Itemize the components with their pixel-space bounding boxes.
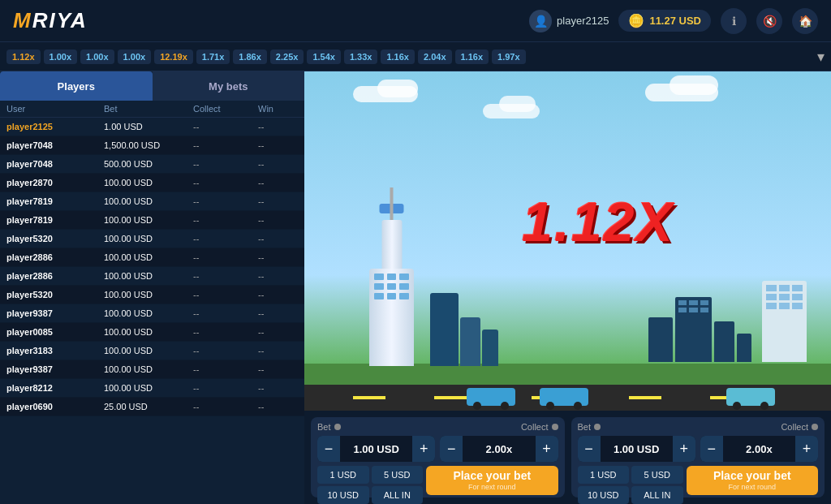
bet-control-right: − 1.00 USD + bbox=[578, 436, 695, 462]
mult-badge[interactable]: 1.54x bbox=[307, 50, 341, 64]
collect-dot-left bbox=[552, 424, 558, 430]
table-row: player7048 500.00 USD -- -- bbox=[0, 155, 304, 174]
tab-my-bets[interactable]: My bets bbox=[153, 71, 305, 101]
username: player2125 bbox=[557, 15, 609, 27]
quick-1usd-left[interactable]: 1 USD bbox=[317, 466, 369, 484]
table-header: User Bet Collect Win bbox=[0, 101, 304, 118]
logo: MRIYA bbox=[13, 8, 88, 33]
bet-plus-right[interactable]: + bbox=[673, 436, 695, 462]
player-win: -- bbox=[258, 364, 304, 374]
player-name: player0085 bbox=[6, 327, 104, 337]
quick-10usd-left[interactable]: 10 USD bbox=[317, 486, 369, 504]
player-collect: -- bbox=[193, 234, 258, 243]
player-name: player2870 bbox=[6, 178, 104, 187]
expand-icon[interactable]: ▾ bbox=[817, 48, 825, 66]
tower-top bbox=[381, 220, 402, 269]
mult-badge[interactable]: 2.04x bbox=[418, 50, 452, 64]
bus-3 bbox=[726, 388, 775, 406]
player-bet: 100.00 USD bbox=[104, 364, 193, 374]
collect-plus-right[interactable]: + bbox=[795, 436, 818, 462]
player-name: player5320 bbox=[6, 234, 104, 243]
quick-10usd-right[interactable]: 10 USD bbox=[578, 486, 630, 504]
player-name: player7819 bbox=[6, 196, 104, 206]
mult-badge[interactable]: 1.71x bbox=[196, 50, 230, 64]
player-collect: -- bbox=[193, 383, 258, 393]
multiplier-bar: 1.12x1.00x1.00x1.00x12.19x1.71x1.86x2.25… bbox=[0, 42, 831, 71]
player-collect: -- bbox=[193, 290, 258, 299]
player-bet: 500.00 USD bbox=[104, 159, 193, 169]
mult-badge[interactable]: 1.86x bbox=[233, 50, 267, 64]
table-row: player3183 100.00 USD -- -- bbox=[0, 342, 304, 360]
bet-plus-left[interactable]: + bbox=[412, 436, 435, 462]
quick-1usd-right[interactable]: 1 USD bbox=[578, 466, 630, 484]
mult-badge[interactable]: 2.25x bbox=[270, 50, 304, 64]
table-row: player8212 100.00 USD -- -- bbox=[0, 379, 304, 398]
bus-2 bbox=[540, 388, 588, 406]
player-win: -- bbox=[258, 308, 304, 318]
skyline bbox=[648, 281, 807, 362]
player-win: -- bbox=[258, 122, 304, 131]
mult-badge[interactable]: 1.97x bbox=[492, 50, 526, 64]
collect-minus-left[interactable]: − bbox=[440, 436, 463, 462]
table-row: player7819 100.00 USD -- -- bbox=[0, 211, 304, 230]
collect-minus-right[interactable]: − bbox=[700, 436, 723, 462]
player-name: player2886 bbox=[6, 271, 104, 281]
player-collect: -- bbox=[193, 346, 258, 355]
player-bet: 100.00 USD bbox=[104, 196, 193, 206]
place-bet-button-left[interactable]: Place your bet For next round bbox=[426, 466, 558, 495]
collect-value-left: 2.00x bbox=[463, 443, 535, 455]
table-row: player7819 100.00 USD -- -- bbox=[0, 192, 304, 211]
mult-badge[interactable]: 1.00x bbox=[44, 50, 78, 64]
home-icon[interactable]: 🏠 bbox=[792, 8, 818, 34]
bet-panel-left: Bet Collect − 1.00 USD + − bbox=[311, 417, 565, 498]
info-icon[interactable]: ℹ bbox=[721, 8, 747, 34]
cloud-3b bbox=[670, 75, 718, 95]
collect-plus-left[interactable]: + bbox=[536, 436, 558, 462]
bet-minus-left[interactable]: − bbox=[317, 436, 340, 462]
player-win: -- bbox=[258, 159, 304, 169]
balance-box: 🪙 11.27 USD bbox=[618, 10, 711, 32]
player-name: player2125 bbox=[6, 122, 104, 131]
bet-panel-left-top: Bet Collect bbox=[317, 422, 558, 432]
quick-5usd-left[interactable]: 5 USD bbox=[372, 466, 424, 484]
mult-badge[interactable]: 1.16x bbox=[381, 50, 415, 64]
collect-dot-right bbox=[812, 424, 818, 430]
bet-minus-right[interactable]: − bbox=[578, 436, 601, 462]
sound-icon[interactable]: 🔇 bbox=[756, 8, 782, 34]
mult-badge[interactable]: 1.33x bbox=[344, 50, 378, 64]
balance-value: 11.27 USD bbox=[649, 15, 701, 27]
table-row: player0690 25.00 USD -- -- bbox=[0, 398, 304, 416]
bet-dot-right bbox=[594, 424, 601, 430]
road-line bbox=[629, 396, 661, 399]
table-row: player2870 100.00 USD -- -- bbox=[0, 174, 304, 192]
bet-value-left: 1.00 USD bbox=[340, 443, 412, 455]
quick-allin-left[interactable]: ALL IN bbox=[372, 486, 424, 504]
road-line bbox=[434, 396, 467, 399]
player-bet: 100.00 USD bbox=[104, 215, 193, 225]
coin-icon: 🪙 bbox=[628, 13, 644, 28]
mult-badge[interactable]: 1.00x bbox=[80, 50, 114, 64]
quick-allin-right[interactable]: ALL IN bbox=[631, 486, 683, 504]
player-collect: -- bbox=[193, 402, 258, 411]
player-name: player9387 bbox=[6, 308, 104, 318]
player-collect: -- bbox=[193, 122, 258, 131]
tab-players[interactable]: Players bbox=[0, 71, 153, 101]
bet-control-left: − 1.00 USD + bbox=[317, 436, 435, 462]
bet-row-left: − 1.00 USD + − 2.00x + bbox=[317, 436, 558, 462]
mult-badge[interactable]: 1.00x bbox=[118, 50, 152, 64]
cloud-1b bbox=[377, 80, 418, 97]
player-win: -- bbox=[258, 234, 304, 243]
mult-badge[interactable]: 1.16x bbox=[455, 50, 489, 64]
quick-5usd-right[interactable]: 5 USD bbox=[631, 466, 683, 484]
player-win: -- bbox=[258, 290, 304, 299]
player-bet: 100.00 USD bbox=[104, 383, 193, 393]
player-bet: 25.00 USD bbox=[104, 402, 193, 411]
place-bet-button-right[interactable]: Place your bet For next round bbox=[687, 466, 819, 495]
table-row: player0085 100.00 USD -- -- bbox=[0, 323, 304, 342]
mult-badge[interactable]: 1.12x bbox=[6, 50, 41, 64]
table-row: player9387 100.00 USD -- -- bbox=[0, 360, 304, 379]
bet-actions-left: 1 USD 5 USD 10 USD ALL IN Place your bet… bbox=[317, 466, 558, 495]
mult-badge[interactable]: 12.19x bbox=[154, 50, 193, 64]
bet-panel-right: Bet Collect − 1.00 USD + − bbox=[571, 417, 825, 498]
multiplier-display: 1.12X bbox=[522, 190, 674, 253]
